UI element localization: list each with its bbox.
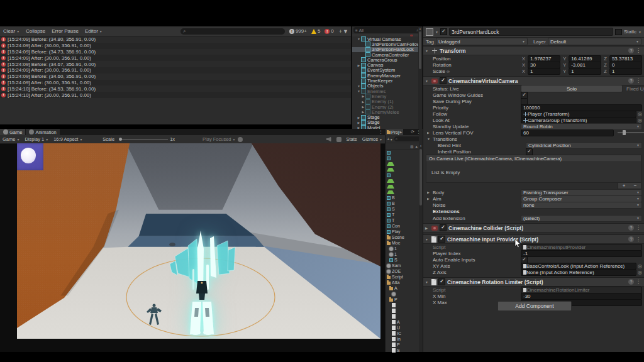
name-field[interactable]: 3rdPersonHardLock	[449, 28, 613, 36]
hierarchy-item-enemies[interactable]: ▼Enemies	[352, 89, 422, 94]
foldout-closed-icon[interactable]: ▶	[361, 94, 365, 98]
project-asset[interactable]	[386, 308, 423, 314]
favorites-icon[interactable]: ▨	[410, 145, 413, 148]
foldout-closed-icon[interactable]: ▶	[361, 105, 365, 109]
tab-game[interactable]: Game	[0, 129, 25, 135]
hierarchy-item-cameracontroller[interactable]: CameraController	[352, 52, 422, 57]
hierarchy-item-enemymelee[interactable]: ▶EnemyMelee	[352, 109, 422, 114]
foldout-closed-icon[interactable]: ▶	[427, 190, 431, 194]
hierarchy-item-timekeeper[interactable]: TimeKeeper	[352, 78, 422, 83]
project-asset-scene[interactable]: Scene	[386, 234, 423, 240]
project-asset-p[interactable]: P	[386, 342, 423, 348]
project-asset[interactable]	[386, 291, 423, 297]
project-asset-script[interactable]: Script	[386, 274, 423, 280]
project-asset-t[interactable]: T	[386, 217, 423, 223]
foldout-closed-icon[interactable]: ▶	[361, 110, 365, 114]
slider-thumb[interactable]	[623, 130, 626, 135]
project-asset[interactable]	[386, 189, 423, 195]
project-asset-s[interactable]: S	[386, 348, 423, 353]
add-asset-button[interactable]: +▼	[387, 136, 393, 142]
foldout-open-icon[interactable]: ▼	[425, 49, 430, 53]
fov-slider[interactable]	[618, 132, 644, 133]
mute-audio-icon[interactable]	[324, 137, 334, 142]
project-asset[interactable]	[386, 167, 423, 172]
hierarchy-item-virtual-cameras[interactable]: ▼Virtual Cameras	[352, 36, 422, 41]
project-asset-t[interactable]: T	[386, 212, 423, 217]
object-picker-icon[interactable]: ◎	[638, 118, 642, 123]
component-header-cinemachine-rotation-limiter-script-[interactable]: ▼✓Cinemachine Rotation Limiter (Script)?…	[423, 277, 644, 287]
gizmos-dropdown[interactable]: Gizmos▼	[360, 136, 385, 142]
add-item-button[interactable]: +	[623, 183, 626, 189]
foldout-open-icon[interactable]: ▼	[425, 79, 430, 83]
help-icon[interactable]: ?	[628, 236, 634, 242]
hierarchy-scrollbar[interactable]: ▲	[418, 26, 422, 129]
context-menu-icon[interactable]: ⋮	[636, 78, 642, 84]
project-asset-ic[interactable]: IC	[386, 331, 423, 336]
project-asset-sam[interactable]: Sam	[386, 263, 423, 268]
hierarchy-item[interactable]	[352, 34, 422, 36]
console-log-entry[interactable]: ![15:24:09] Before: (34.73, 356.91, 0.00…	[0, 49, 351, 55]
hierarchy-item-eventsystem[interactable]: EventSystem	[352, 68, 422, 73]
project-asset-a[interactable]: A	[386, 319, 423, 325]
foldout-closed-icon[interactable]: ▶	[357, 63, 361, 67]
foldout-closed-icon[interactable]: ▶	[361, 100, 365, 104]
hierarchy-item-stage[interactable]: ▶Stage	[352, 114, 422, 119]
context-menu-icon[interactable]: ⋮	[636, 48, 642, 53]
foldout-closed-icon[interactable]: ▶	[357, 121, 361, 124]
aspect-dropdown[interactable]: 16:9 Aspect▼	[51, 136, 85, 142]
project-asset-s[interactable]: S	[386, 206, 423, 212]
project-asset-u[interactable]: U	[386, 325, 423, 331]
clear-button[interactable]: Clear▼	[0, 26, 23, 36]
project-asset-1[interactable]: 1	[386, 251, 423, 257]
tab-project[interactable]: Proj ▶	[386, 129, 403, 135]
value-field[interactable]: 1	[609, 68, 642, 75]
active-checkbox[interactable]: ✓	[440, 28, 447, 35]
console-log-entry[interactable]: ![15:24:10] After: (30.00, 356.91, 0.00)	[0, 92, 351, 98]
static-checkbox[interactable]	[615, 29, 622, 35]
hierarchy-item-enemy-1-[interactable]: ▶Enemy (1)	[352, 99, 422, 104]
refresh-icon[interactable]: ⟳	[411, 129, 416, 135]
foldout-closed-icon[interactable]: ▶	[427, 197, 431, 200]
value-field[interactable]: 1	[569, 68, 601, 75]
foldout-open-icon[interactable]: ▼	[425, 238, 430, 241]
dropdown[interactable]: none▼	[521, 202, 642, 209]
project-asset-1[interactable]: 1	[386, 246, 423, 251]
context-menu-icon[interactable]: ⋮	[636, 225, 642, 231]
component-header-cinemachine-collider-script-[interactable]: ▶✓Cinemachine Collider (Script)?⋮	[423, 223, 644, 233]
help-icon[interactable]: ?	[628, 48, 634, 53]
stats-button[interactable]: Stats	[344, 136, 360, 142]
tab-menu-icon[interactable]: ⋮	[379, 129, 385, 135]
dropdown[interactable]: (select)▼	[521, 215, 642, 222]
remove-item-button[interactable]: −	[634, 183, 637, 189]
project-asset[interactable]	[386, 172, 423, 178]
link-icon[interactable]: ∞	[447, 69, 450, 74]
console-log-entry[interactable]: ![15:24:09] Before: (34.80, 356.91, 0.00…	[0, 36, 351, 43]
foldout-open-icon[interactable]: ▼	[357, 84, 361, 88]
hierarchy-item-cameragroup[interactable]: CameraGroup	[352, 57, 422, 62]
value-field[interactable]: 60	[521, 129, 614, 136]
hierarchy-item-stage[interactable]: ▶Stage	[352, 120, 422, 125]
object-picker-icon[interactable]: ◎	[638, 263, 642, 269]
console-log-entry[interactable]: ![15:24:09] After: (30.00, 356.91, 0.00)	[0, 43, 351, 49]
project-asset[interactable]	[386, 302, 423, 308]
value-field[interactable]: None (Input Action Reference)	[521, 269, 636, 276]
project-asset-in[interactable]: In	[386, 336, 423, 342]
project-asset-a[interactable]: A	[386, 285, 423, 291]
enabled-checkbox[interactable]: ✓	[440, 77, 447, 84]
context-menu-icon[interactable]: ⋮	[636, 279, 642, 285]
hierarchy-item-enemy-2-[interactable]: ▶Enemy (2)	[352, 104, 422, 109]
tab-animation[interactable]: Animation	[26, 129, 59, 135]
project-asset-atta[interactable]: Atta	[386, 280, 423, 285]
context-menu-icon[interactable]: ⋮	[636, 236, 642, 242]
collapse-all-icon[interactable]: ▲	[415, 145, 418, 148]
project-search-input[interactable]: ⌕	[394, 136, 421, 141]
object-picker-icon[interactable]: ◎	[638, 111, 642, 117]
foldout-closed-icon[interactable]: ▶	[427, 131, 431, 134]
foldout-open-icon[interactable]: ▼	[425, 280, 430, 284]
project-asset[interactable]	[386, 314, 423, 319]
project-asset[interactable]	[386, 184, 423, 189]
editor-target-button[interactable]: Editor▼	[82, 26, 106, 36]
project-asset[interactable]	[386, 150, 423, 155]
project-asset[interactable]	[386, 161, 423, 167]
foldout-open-icon[interactable]: ▼	[357, 89, 361, 93]
